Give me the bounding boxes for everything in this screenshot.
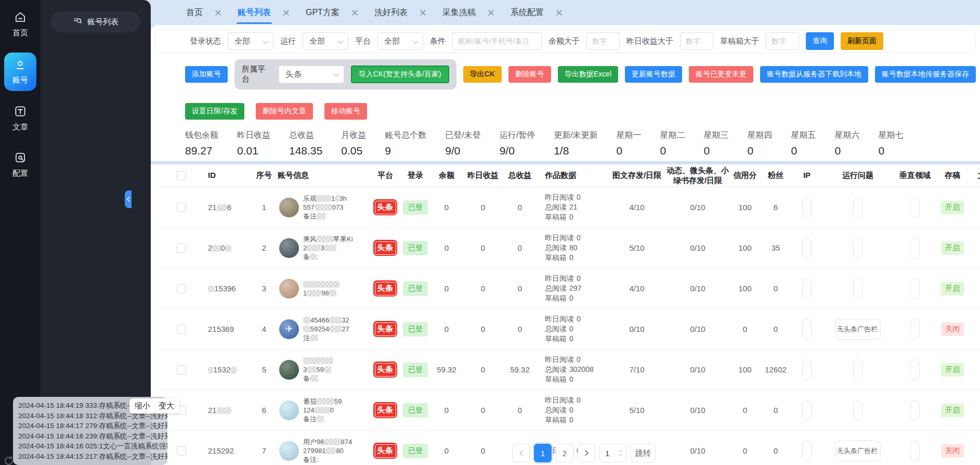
sidebar-item-article[interactable]: 文章: [12, 105, 28, 132]
close-icon[interactable]: [283, 10, 289, 16]
ip-input[interactable]: [802, 197, 812, 218]
censored-block: [208, 367, 213, 373]
tab-home[interactable]: 首页: [186, 5, 221, 20]
jump-button[interactable]: 跳转: [631, 444, 656, 462]
vertical-field-input[interactable]: [910, 441, 920, 461]
page-button-1[interactable]: 1: [534, 444, 552, 462]
login-status-select[interactable]: 全部: [228, 32, 273, 50]
vertical-field-input[interactable]: [910, 400, 920, 421]
ip-input[interactable]: [802, 319, 812, 340]
balance-gt-input[interactable]: [586, 32, 620, 50]
run-label: 运行: [280, 36, 296, 46]
cell-yesterday-income: 0: [462, 243, 504, 252]
row-checkbox[interactable]: [177, 284, 186, 293]
platform-group-select[interactable]: 头条: [279, 66, 344, 83]
log-shrink-button[interactable]: 缩小: [135, 401, 150, 411]
run-issue-input[interactable]: [853, 359, 863, 380]
set-limit-button[interactable]: 设置日限/存发: [185, 103, 244, 120]
run-issue-input[interactable]: [853, 278, 863, 299]
column-header: 存稿: [936, 171, 969, 180]
stat-value: 9: [385, 145, 426, 157]
cell-platform: 头条: [371, 321, 399, 337]
page-button-2[interactable]: 2: [556, 444, 573, 462]
close-icon[interactable]: [215, 10, 221, 16]
move-account-button[interactable]: 移动账号: [324, 103, 367, 120]
cell-fans: 0: [759, 325, 792, 333]
cell-platform: 头条: [371, 199, 399, 215]
platform-select[interactable]: 全部: [377, 32, 423, 50]
log-grow-button[interactable]: 变大: [159, 401, 174, 411]
vertical-field-input[interactable]: [910, 238, 920, 259]
export-ck-button[interactable]: 导出CK: [463, 66, 502, 83]
cell-vertical-field: [894, 197, 936, 218]
account-info-line: [303, 280, 339, 289]
cell-store-status: 关闭: [936, 444, 969, 458]
tab-account-list[interactable]: 账号列表: [238, 5, 289, 20]
account-table: ID序号账号信息平台登录余额昨日收益总收益作品数据图文存发/日限动态、微头条、小…: [151, 164, 980, 465]
login-status-badge: 已登: [403, 363, 428, 377]
tab-washed-list[interactable]: 洗好列表: [374, 5, 426, 20]
sidebar-item-config[interactable]: 配置: [12, 151, 28, 178]
row-checkbox[interactable]: [177, 243, 186, 253]
close-icon[interactable]: [556, 10, 562, 16]
vertical-field-input[interactable]: [910, 359, 920, 380]
add-account-button[interactable]: 添加账号: [185, 66, 228, 83]
cell-fans: 0: [759, 446, 792, 455]
delete-account-button[interactable]: 删除账号: [508, 66, 551, 83]
ip-input[interactable]: [802, 359, 812, 380]
import-ck-button[interactable]: 导入CK(暂支持头条/百家): [351, 66, 449, 83]
run-issue-input[interactable]: 无头条广告栏: [835, 441, 881, 461]
vertical-field-input[interactable]: [910, 197, 920, 218]
delete-articles-button[interactable]: 删除号内文章: [256, 103, 313, 120]
export-excel-button[interactable]: 导出数据Excel: [558, 66, 618, 83]
row-checkbox[interactable]: [177, 203, 186, 212]
prev-page-button[interactable]: [512, 444, 530, 462]
vertical-field-input[interactable]: [910, 319, 920, 340]
sidebar-item-home[interactable]: 首页: [12, 10, 28, 38]
run-issue-input[interactable]: [853, 238, 863, 259]
account-info-lines: 198: [303, 280, 339, 298]
close-icon[interactable]: [488, 10, 494, 16]
cell-platform: 头条: [371, 361, 399, 378]
cell-vertical-field: [894, 441, 936, 461]
query-button[interactable]: 查询: [806, 32, 834, 50]
sidebar-item-account[interactable]: 账号: [4, 53, 36, 91]
upload-to-server-button[interactable]: 账号数据本地传服务器保存: [875, 66, 976, 83]
row-checkbox[interactable]: [177, 325, 186, 334]
stat-item: 星期六 0: [835, 130, 860, 157]
ip-input[interactable]: [802, 400, 812, 421]
download-from-server-button[interactable]: 账号数据从服务器下载到本地: [760, 66, 868, 83]
update-account-data-button[interactable]: 更新账号数据: [625, 66, 682, 83]
condition-input[interactable]: [452, 32, 542, 50]
close-icon[interactable]: [420, 10, 426, 16]
changed-not-updated-button[interactable]: 账号已更变未更: [689, 66, 753, 83]
select-all-checkbox[interactable]: [177, 171, 186, 180]
vertical-field-input[interactable]: [910, 278, 920, 299]
sidebar-item-label: 账号: [12, 75, 28, 85]
tab-system-config[interactable]: 系统配置: [511, 5, 562, 20]
ip-input[interactable]: [802, 238, 812, 259]
cell-ip: [792, 359, 821, 380]
jump-page-input[interactable]: 1: [599, 444, 626, 462]
ip-input[interactable]: [802, 278, 812, 299]
run-issue-input[interactable]: [853, 197, 863, 218]
run-select[interactable]: 全部: [303, 32, 348, 50]
next-page-button[interactable]: [578, 444, 595, 462]
close-icon[interactable]: [352, 10, 358, 16]
refresh-page-button[interactable]: 刷新页面: [841, 32, 883, 50]
row-checkbox[interactable]: [177, 365, 186, 374]
log-line: 2024-04-15 18:44:16 025:1文心一言洗稿系统强制停止:: [18, 441, 167, 451]
row-checkbox[interactable]: [177, 446, 186, 456]
sidebar-search[interactable]: 账号列表: [51, 11, 140, 32]
login-status-label: 登录状态: [190, 36, 221, 46]
collapse-sidebar-handle[interactable]: [125, 190, 132, 208]
tab-gpt-plan[interactable]: GPT方案: [306, 5, 358, 20]
yesterday-gt-input[interactable]: [680, 32, 713, 50]
draft-gt-input[interactable]: [766, 32, 799, 50]
stepper-icons[interactable]: [618, 449, 623, 457]
tab-collect-wash[interactable]: 采集洗稿: [442, 5, 494, 20]
run-issue-input[interactable]: 无头条广告栏: [835, 319, 881, 340]
cell-balance: 0: [432, 284, 462, 293]
run-issue-input[interactable]: [853, 400, 863, 421]
ip-input[interactable]: [802, 441, 812, 461]
